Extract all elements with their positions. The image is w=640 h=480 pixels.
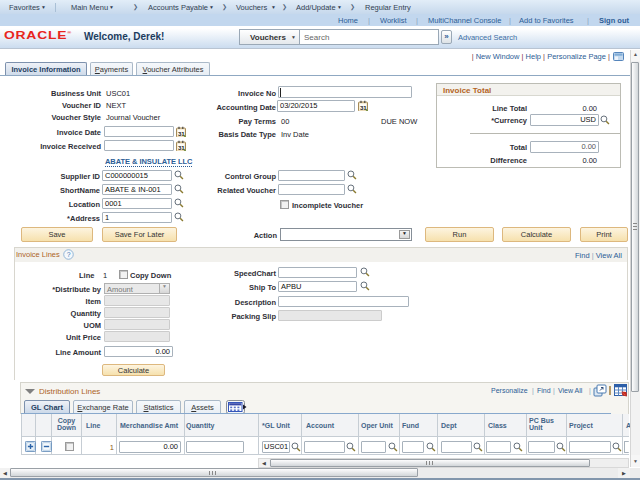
svg-text:?: ? xyxy=(67,251,71,258)
